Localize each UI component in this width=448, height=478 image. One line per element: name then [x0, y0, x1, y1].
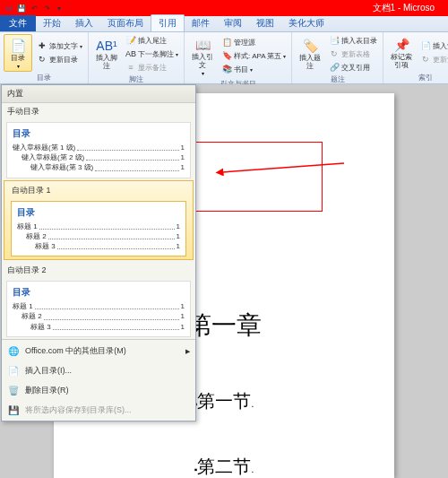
option-auto-toc-1: 自动目录 1	[6, 182, 191, 199]
ribbon: 📄 目录 ▾ ✚添加文字▾ ↻更新目录 目录 AB¹ 插入脚注 📝插入尾注 AB…	[0, 32, 448, 84]
group-toc: 📄 目录 ▾ ✚添加文字▾ ↻更新目录 目录	[0, 32, 89, 83]
tab-review[interactable]: 审阅	[217, 15, 249, 31]
toc-preview-manual[interactable]: 目录 键入章标题(第 1 级)1 键入章标题(第 2 级)1 键入章标题(第 3…	[6, 122, 191, 178]
tab-home[interactable]: 开始	[36, 15, 68, 31]
heading-2: ▪第二节.	[90, 455, 358, 478]
footnote-icon: AB¹	[98, 37, 116, 55]
style-icon: 🔖	[221, 50, 232, 61]
toc-button[interactable]: 📄 目录 ▾	[4, 34, 32, 72]
insert-citation-button[interactable]: 📖 插入引文 ▾	[188, 34, 217, 78]
title-bar: W 💾 ↶ ↷ ▾ 文档1 - Microso	[0, 0, 448, 16]
save-selection-icon: 💾	[7, 404, 20, 417]
manage-icon: 📋	[221, 37, 232, 48]
show-notes-icon: ≡	[125, 62, 136, 73]
tab-view[interactable]: 视图	[249, 15, 281, 31]
toc-icon: 📄	[9, 37, 27, 55]
biblio-icon: 📚	[221, 64, 232, 74]
add-text-button[interactable]: ✚添加文字▾	[35, 39, 84, 52]
toc-preview-auto1: 目录 标题 11 标题 21 标题 31	[11, 201, 186, 257]
insert-footnote-button[interactable]: AB¹ 插入脚注	[92, 34, 121, 74]
option-auto-toc-2[interactable]: 自动目录 2	[2, 262, 195, 279]
citation-icon: 📖	[194, 36, 211, 54]
cross-ref-button[interactable]: 🔗交叉引用	[327, 61, 379, 74]
mark-entry-button[interactable]: 📌 标记索引项	[387, 34, 416, 72]
group-label: 题注	[296, 74, 379, 84]
add-text-icon: ✚	[37, 40, 47, 51]
insert-index-icon: 📄	[420, 40, 431, 51]
chevron-right-icon: ▶	[185, 348, 190, 355]
office-more-toc[interactable]: 🌐Office.com 中的其他目录(M)▶	[2, 342, 195, 361]
save-selection-item: 💾将所选内容保存到目录库(S)...	[2, 401, 195, 421]
toc-dropdown: 内置 手动目录 目录 键入章标题(第 1 级)1 键入章标题(第 2 级)1 键…	[1, 84, 196, 422]
caption-icon: 🏷️	[301, 37, 319, 55]
chevron-down-icon: ▾	[17, 63, 20, 69]
insert-tof-button[interactable]: 📑插入表目录	[327, 34, 379, 47]
update-table-icon: ↻	[329, 48, 340, 59]
save-icon[interactable]: 💾	[16, 3, 27, 13]
option-auto-toc-1-selected[interactable]: 自动目录 1 目录 标题 11 标题 21 标题 31	[4, 180, 194, 261]
insert-toc-item[interactable]: 📄插入目录(I)...	[2, 361, 195, 381]
remove-toc-item[interactable]: 🗑️删除目录(R)	[2, 381, 195, 401]
undo-icon[interactable]: ↶	[29, 3, 39, 13]
show-notes-button[interactable]: ≡显示备注	[124, 61, 180, 74]
tab-references[interactable]: 引用	[151, 14, 185, 31]
toc-preview-auto2[interactable]: 目录 标题 11 标题 21 标题 31	[6, 281, 191, 337]
next-footnote-button[interactable]: AB下一条脚注▾	[124, 48, 180, 60]
redo-icon[interactable]: ↷	[41, 3, 52, 13]
group-captions: 🏷️ 插入题注 📑插入表目录 ↻更新表格 🔗交叉引用 题注	[292, 32, 383, 83]
remove-toc-icon: 🗑️	[7, 385, 20, 397]
dropdown-section-builtin: 内置	[2, 85, 195, 103]
group-citations: 📖 插入引文 ▾ 📋管理源 🔖样式:APA 第五▾ 📚书目▾ 引文与书目	[185, 32, 292, 83]
office-icon: 🌐	[7, 345, 20, 358]
crossref-icon: 🔗	[329, 62, 340, 73]
endnote-icon: 📝	[125, 35, 136, 46]
group-index: 📌 标记索引项 📄插入索引 ↻更新索引 索引	[383, 32, 448, 83]
mark-entry-icon: 📌	[392, 36, 410, 54]
tab-mailings[interactable]: 邮件	[185, 15, 217, 31]
tab-file[interactable]: 文件	[0, 15, 36, 31]
next-footnote-icon: AB	[125, 48, 136, 59]
window-title: 文档1 - Microso	[373, 2, 435, 14]
ribbon-tabs: 文件 开始 插入 页面布局 引用 邮件 审阅 视图 美化大师	[0, 16, 448, 32]
tab-beautify[interactable]: 美化大师	[281, 15, 332, 31]
group-footnotes: AB¹ 插入脚注 📝插入尾注 AB下一条脚注▾ ≡显示备注 脚注	[89, 32, 185, 83]
update-icon: ↻	[37, 54, 47, 65]
group-label: 目录	[4, 72, 84, 83]
insert-caption-button[interactable]: 🏷️ 插入题注	[296, 34, 324, 74]
tab-page-layout[interactable]: 页面布局	[100, 15, 151, 31]
qat-more-icon[interactable]: ▾	[54, 3, 65, 13]
update-toc-button[interactable]: ↻更新目录	[35, 53, 84, 65]
bibliography-button[interactable]: 📚书目▾	[220, 63, 288, 75]
chevron-down-icon: ▾	[202, 70, 204, 76]
style-dropdown[interactable]: 🔖样式:APA 第五▾	[220, 49, 288, 62]
option-manual-toc[interactable]: 手动目录	[2, 103, 195, 120]
manage-sources-button[interactable]: 📋管理源	[220, 36, 288, 48]
update-index-icon: ↻	[420, 54, 431, 65]
word-icon: W	[4, 3, 14, 13]
update-table-button[interactable]: ↻更新表格	[327, 48, 379, 60]
insert-index-button[interactable]: 📄插入索引	[418, 39, 448, 52]
insert-endnote-button[interactable]: 📝插入尾注	[124, 34, 180, 47]
update-index-button[interactable]: ↻更新索引	[418, 53, 448, 65]
group-label: 索引	[387, 72, 448, 83]
quick-access-toolbar: W 💾 ↶ ↷ ▾	[4, 3, 65, 13]
insert-toc-icon: 📄	[7, 365, 20, 378]
group-label: 脚注	[92, 74, 180, 84]
tof-icon: 📑	[329, 35, 340, 46]
tab-insert[interactable]: 插入	[68, 15, 100, 31]
